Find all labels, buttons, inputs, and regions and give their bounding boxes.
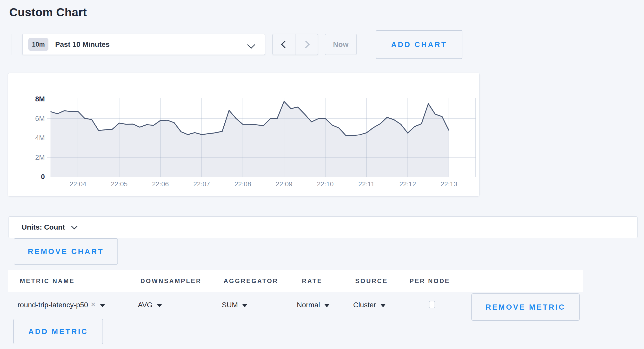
svg-text:2M: 2M (35, 154, 45, 161)
chevron-down-icon (247, 41, 255, 49)
column-header-per-node: PER NODE (410, 277, 450, 285)
svg-text:4M: 4M (35, 134, 45, 142)
per-node-checkbox[interactable] (429, 301, 435, 308)
prev-time-button[interactable] (273, 34, 295, 55)
remove-metric-button[interactable]: REMOVE METRIC (471, 293, 580, 321)
caret-down-icon (380, 304, 386, 307)
svg-text:0: 0 (41, 173, 45, 181)
units-dropdown[interactable]: Units: Count (9, 216, 638, 238)
column-header-aggregator: AGGREGATOR (224, 277, 278, 285)
next-time-button[interactable] (295, 34, 318, 55)
caret-down-icon (324, 304, 330, 307)
custom-chart-page: Custom Chart 10m Past 10 Minutes Now ADD… (0, 0, 644, 349)
svg-text:22:11: 22:11 (358, 180, 375, 188)
aggregator-dropdown[interactable]: SUM (222, 292, 248, 318)
svg-text:22:05: 22:05 (111, 180, 128, 188)
rate-value: Normal (297, 301, 320, 309)
chevron-down-icon (71, 223, 77, 229)
downsampler-dropdown[interactable]: AVG (138, 292, 162, 318)
add-metric-button[interactable]: ADD METRIC (13, 319, 103, 344)
caret-down-icon (157, 304, 162, 307)
source-dropdown[interactable]: Cluster (353, 292, 386, 318)
svg-text:22:09: 22:09 (276, 180, 292, 188)
now-button[interactable]: Now (325, 34, 357, 55)
page-title: Custom Chart (9, 6, 87, 19)
metric-name-value: round-trip-latency-p50 (18, 301, 88, 309)
svg-text:22:07: 22:07 (193, 180, 210, 188)
source-value: Cluster (353, 301, 376, 309)
svg-text:22:06: 22:06 (152, 180, 169, 188)
remove-chart-button[interactable]: REMOVE CHART (14, 238, 118, 265)
chart-card: 8M6M4M2M022:0422:0522:0622:0722:0822:092… (8, 73, 480, 197)
metric-name-dropdown[interactable]: round-trip-latency-p50 × (18, 292, 105, 318)
svg-text:6M: 6M (35, 115, 45, 123)
svg-text:22:08: 22:08 (234, 180, 251, 188)
units-label: Units: Count (22, 223, 65, 231)
caret-down-icon (100, 304, 105, 307)
column-header-downsampler: DOWNSAMPLER (140, 277, 201, 285)
time-pager (272, 34, 318, 55)
svg-text:22:13: 22:13 (440, 180, 457, 188)
rate-dropdown[interactable]: Normal (297, 292, 330, 318)
close-icon[interactable]: × (91, 300, 96, 309)
svg-text:22:12: 22:12 (399, 180, 416, 188)
time-range-label: Past 10 Minutes (55, 40, 110, 49)
svg-text:22:10: 22:10 (317, 180, 334, 188)
time-range-dropdown[interactable]: 10m Past 10 Minutes (22, 34, 265, 55)
caret-down-icon (242, 304, 248, 307)
time-range-badge: 10m (28, 38, 48, 51)
svg-text:8M: 8M (35, 95, 45, 103)
toolbar-divider (12, 34, 12, 55)
aggregator-value: SUM (222, 301, 238, 309)
add-chart-button[interactable]: ADD CHART (376, 30, 462, 59)
column-header-rate: RATE (302, 277, 323, 285)
column-header-metric-name: METRIC NAME (20, 277, 75, 285)
downsampler-value: AVG (138, 301, 152, 309)
column-header-source: SOURCE (355, 277, 388, 285)
chevron-right-icon (302, 41, 310, 48)
chevron-left-icon (281, 41, 289, 48)
svg-text:22:04: 22:04 (70, 180, 86, 188)
metrics-table-header: METRIC NAME DOWNSAMPLER AGGREGATOR RATE … (8, 270, 583, 292)
